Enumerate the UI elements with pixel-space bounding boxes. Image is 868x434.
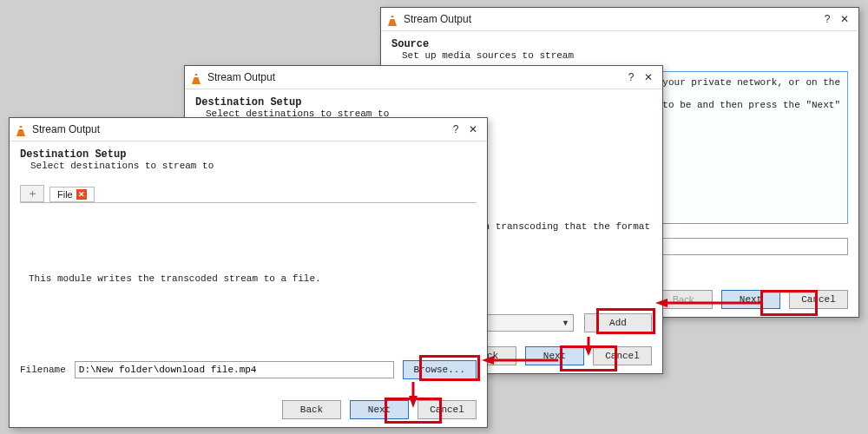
module-description: This module writes the transcoded stream… [29, 273, 321, 284]
window-title: Stream Output [404, 13, 819, 25]
help-button[interactable]: ? [447, 123, 464, 135]
cancel-button[interactable]: Cancel [593, 346, 652, 365]
cancel-button[interactable]: Cancel [418, 400, 477, 419]
window-title: Stream Output [32, 123, 447, 135]
vlc-cone-icon [386, 12, 398, 26]
stream-output-window-file: Stream Output ? ✕ Destination Setup Sele… [9, 117, 488, 428]
close-button[interactable]: ✕ [836, 13, 853, 25]
chevron-down-icon: ▼ [562, 319, 569, 327]
tab-label: File [57, 189, 73, 200]
browse-button[interactable]: Browse... [403, 360, 477, 379]
add-button[interactable]: Add [584, 313, 652, 332]
section-title: Destination Setup [195, 96, 652, 108]
next-button[interactable]: Next [721, 290, 780, 309]
vlc-cone-icon [15, 122, 27, 136]
section-subtitle: Set up media sources to stream [402, 50, 848, 61]
next-button[interactable]: Next [525, 346, 584, 365]
titlebar: Stream Output ? ✕ [381, 8, 858, 31]
file-tab[interactable]: File ✕ [49, 187, 95, 202]
help-button[interactable]: ? [622, 71, 640, 83]
close-button[interactable]: ✕ [640, 71, 657, 83]
vlc-cone-icon [190, 70, 202, 84]
window-title: Stream Output [207, 71, 622, 83]
close-tab-icon[interactable]: ✕ [76, 189, 87, 200]
filename-input[interactable] [75, 361, 394, 378]
filename-label: Filename [20, 365, 66, 375]
section-title: Source [391, 38, 848, 50]
section-title: Destination Setup [20, 148, 477, 161]
back-button[interactable]: Back [282, 400, 341, 419]
next-button[interactable]: Next [350, 400, 409, 419]
cancel-button[interactable]: Cancel [789, 290, 848, 309]
titlebar: Stream Output ? ✕ [185, 66, 662, 89]
help-button[interactable]: ? [819, 13, 836, 25]
section-subtitle: Select destinations to stream to [30, 161, 477, 171]
add-tab-button[interactable]: ＋ [20, 185, 44, 202]
titlebar: Stream Output ? ✕ [10, 118, 487, 141]
close-button[interactable]: ✕ [464, 123, 482, 135]
